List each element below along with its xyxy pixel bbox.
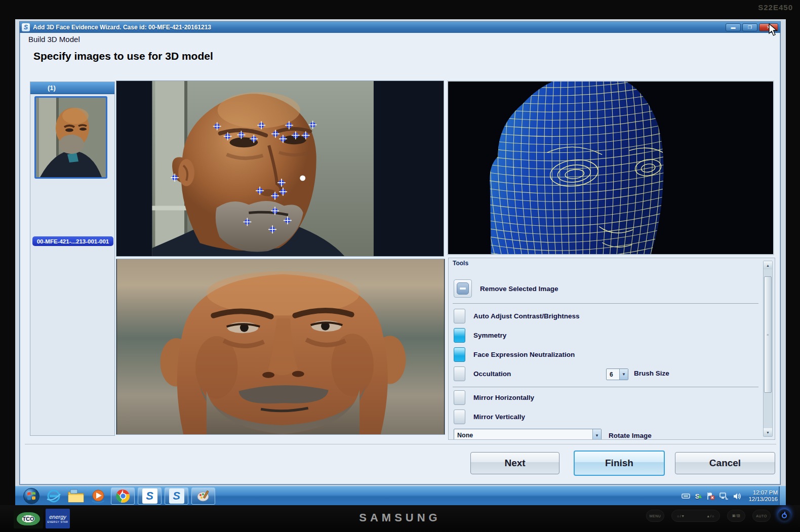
- separator: [453, 387, 758, 387]
- show-desktop-button[interactable]: [779, 486, 786, 505]
- step-title: Build 3D Model: [28, 35, 80, 44]
- landmark-photo-panel[interactable]: [116, 80, 444, 257]
- next-button[interactable]: Next: [470, 452, 559, 474]
- monitor-power-button: [778, 509, 791, 522]
- remove-selected-image-button[interactable]: [454, 279, 472, 298]
- monitor: S22E450 S Add 3D Face Evidence Wizard. C…: [0, 0, 800, 532]
- rotate-image-label: Rotate Image: [609, 432, 652, 439]
- scroll-down-arrow[interactable]: ▼: [764, 428, 772, 436]
- wireframe-model-panel[interactable]: [447, 80, 774, 255]
- checkbox-occultation[interactable]: [454, 366, 465, 381]
- face-app-taskbar-icon[interactable]: S: [138, 487, 162, 505]
- thumbnail-panel: (1): [30, 81, 115, 436]
- windows-explorer-icon[interactable]: [65, 487, 87, 505]
- checkbox-mirror-horizontally[interactable]: [454, 390, 465, 405]
- page-title: Specify images to use for 3D model: [33, 50, 213, 62]
- checkbox-label: Face Expression Neutralization: [473, 351, 575, 358]
- monitor-auto-button: AUTO: [752, 510, 771, 522]
- checkbox-label: Auto Adjust Contrast/Brightness: [473, 312, 580, 320]
- brush-size-label: Brush Size: [634, 370, 669, 377]
- taskbar-clock[interactable]: 12:07 PM 12/13/2016: [748, 489, 778, 503]
- window-title: Add 3D Face Evidence Wizard. Case id: 00…: [33, 24, 724, 31]
- windows-media-player-icon[interactable]: [87, 487, 109, 505]
- checkbox-label: Mirror Vertically: [473, 413, 525, 421]
- checkbox-face-expression-neutralization[interactable]: [454, 347, 465, 362]
- checkbox-label: Mirror Horizontally: [473, 394, 534, 401]
- rotate-image-value: None: [454, 429, 592, 439]
- monitor-bottom-bezel: TCO energy ENERGY STAR SAMSUNG MENU ☼/▼ …: [0, 505, 800, 532]
- scroll-up-arrow[interactable]: ▲: [764, 261, 772, 269]
- remove-selected-image-label: Remove Selected Image: [480, 285, 558, 293]
- paint-icon[interactable]: [191, 487, 215, 505]
- checkbox-label: Symmetry: [473, 332, 506, 339]
- volume-icon[interactable]: [733, 493, 742, 500]
- checkbox-auto-adjust[interactable]: [454, 309, 465, 323]
- finish-button[interactable]: Finish: [574, 451, 665, 476]
- face-app-taskbar-icon-2[interactable]: S: [165, 487, 188, 505]
- tools-group: Tools Remove Selected Image Auto Adjust …: [448, 258, 775, 440]
- chevron-down-icon: ▼: [619, 369, 628, 380]
- brush-size-value: 6: [607, 369, 619, 380]
- monitor-menu-button: MENU: [646, 510, 664, 522]
- remove-minus-icon: [457, 282, 469, 295]
- separator: [453, 303, 758, 304]
- face-app-tray-icon[interactable]: S: [695, 493, 702, 500]
- checkbox-label: Occultation: [473, 370, 511, 378]
- taskbar: S S S: [15, 486, 786, 505]
- internet-explorer-icon[interactable]: [43, 487, 65, 505]
- clock-time: 12:07 PM: [753, 489, 778, 496]
- chrome-icon[interactable]: [111, 487, 135, 505]
- system-tray: S 12:07 PM 12/13/2016: [682, 486, 778, 505]
- scrollbar-thumb[interactable]: ≡: [764, 276, 772, 393]
- monitor-osd-buttons: MENU ☼/▼ ▲/☼ ▣/▨ AUTO: [646, 509, 791, 522]
- frontal-photo-panel[interactable]: [116, 259, 445, 435]
- checkbox-symmetry[interactable]: [454, 328, 465, 343]
- power-icon: [782, 513, 787, 518]
- monitor-model-label: S22E450: [758, 3, 793, 12]
- network-icon[interactable]: [719, 493, 729, 500]
- rotate-image-dropdown[interactable]: None ▼: [454, 429, 602, 439]
- wizard-window: S Add 3D Face Evidence Wizard. Case id: …: [19, 21, 781, 485]
- restore-button[interactable]: ❐: [742, 23, 757, 31]
- divider: [25, 444, 776, 444]
- thumbnail-image[interactable]: [34, 96, 107, 179]
- close-button[interactable]: ✕: [759, 23, 778, 31]
- checkbox-mirror-vertically[interactable]: [454, 410, 465, 424]
- app-icon: S: [22, 23, 30, 31]
- window-titlebar[interactable]: S Add 3D Face Evidence Wizard. Case id: …: [20, 22, 780, 33]
- start-button[interactable]: [20, 487, 43, 505]
- input-indicator-icon[interactable]: [682, 493, 691, 499]
- tools-scrollbar[interactable]: ▲ ≡ ▼: [763, 261, 773, 437]
- thumbnail-case-label[interactable]: 00-MFE-421-...213-001-001: [32, 236, 113, 246]
- tools-scroll-area: Remove Selected Image Auto Adjust Contra…: [449, 258, 763, 439]
- cancel-button[interactable]: Cancel: [675, 452, 775, 474]
- monitor-adjust-rocker: ☼/▼ ▲/☼: [671, 510, 720, 522]
- minimize-button[interactable]: ▬: [726, 23, 741, 31]
- monitor-source-button: ▣/▨: [727, 510, 745, 522]
- action-center-flag-icon[interactable]: [706, 492, 715, 500]
- screen: S Add 3D Face Evidence Wizard. Case id: …: [15, 19, 786, 505]
- chevron-down-icon: ▼: [592, 429, 601, 439]
- clock-date: 12/13/2016: [748, 496, 778, 502]
- thumbnail-count-header: (1): [30, 82, 114, 94]
- brush-size-dropdown[interactable]: 6 ▼: [606, 369, 628, 380]
